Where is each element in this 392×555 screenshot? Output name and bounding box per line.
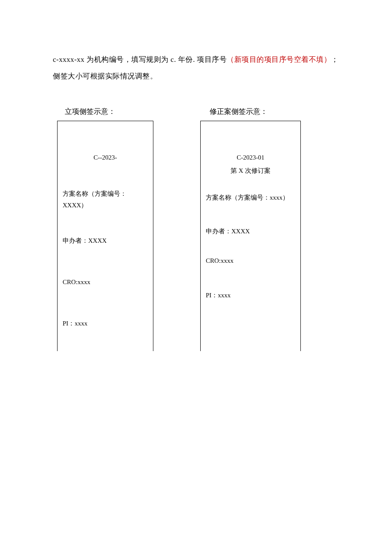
left-sponsor: 申办者：XXXX (62, 235, 149, 247)
right-scheme: 方案名称（方案编号：xxxx） (205, 192, 296, 203)
intro-text-1: c-xxxx-xx 为机构编号，填写规则为 c. 年份. 项目序号 (53, 55, 227, 64)
left-code: C--2023- (62, 152, 149, 163)
examples-row: 立项侧签示意： C--2023- 方案名称（方案编号：XXXX） 申办者：XXX… (53, 107, 339, 351)
right-cro: CRO:xxxx (205, 255, 296, 267)
right-code: C-2023-01 (205, 152, 296, 163)
right-pi: PI：xxxx (205, 290, 296, 301)
intro-text-red: （新项目的项目序号空着不填） (227, 55, 331, 64)
left-pi: PI：xxxx (62, 318, 149, 329)
left-card: C--2023- 方案名称（方案编号：XXXX） 申办者：XXXX CRO:xx… (57, 121, 153, 351)
right-sponsor: 申办者：XXXX (205, 226, 296, 237)
right-revision: 第 X 次修订案 (205, 165, 296, 177)
right-label: 修正案侧签示意： (210, 107, 338, 116)
intro-paragraph: c-xxxx-xx 为机构编号，填写规则为 c. 年份. 项目序号（新项目的项目… (53, 51, 339, 84)
right-column: 修正案侧签示意： C-2023-01 第 X 次修订案 方案名称（方案编号：xx… (198, 107, 338, 351)
left-scheme: 方案名称（方案编号：XXXX） (62, 188, 149, 211)
left-label: 立项侧签示意： (65, 107, 193, 116)
left-cro: CRO:xxxx (62, 276, 149, 288)
right-card: C-2023-01 第 X 次修订案 方案名称（方案编号：xxxx） 申办者：X… (200, 121, 301, 351)
left-column: 立项侧签示意： C--2023- 方案名称（方案编号：XXXX） 申办者：XXX… (53, 107, 193, 351)
